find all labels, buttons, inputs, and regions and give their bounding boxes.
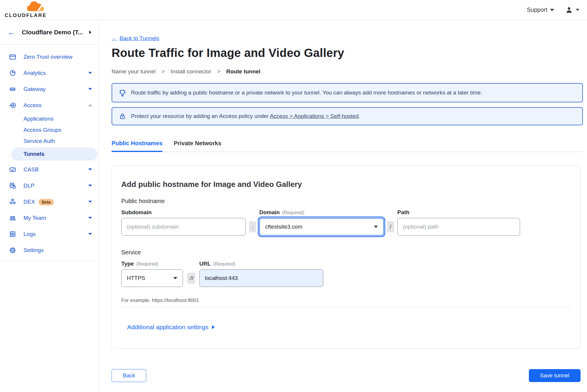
document-lock-icon [9, 182, 16, 190]
domain-selected-value: cftestsite3.com [265, 224, 302, 230]
chevron-right-icon [212, 325, 215, 329]
back-arrow-icon: ← [112, 35, 117, 42]
chevron-down-icon [88, 233, 92, 235]
info-banner-route-traffic: Route traffic by adding a public hostnam… [112, 83, 583, 102]
chevron-down-icon [88, 88, 92, 90]
service-type-select[interactable]: HTTPS [121, 269, 183, 287]
sidebar-item-analytics[interactable]: Analytics [0, 65, 98, 81]
sidebar-item-tunnels[interactable]: Tunnels [11, 148, 97, 160]
banner-text: Route traffic by adding a public hostnam… [131, 89, 482, 96]
chevron-down-icon [88, 72, 92, 74]
chevron-down-icon [173, 277, 177, 279]
step-install-connector[interactable]: Install connector [171, 68, 211, 75]
gateway-icon [9, 85, 16, 93]
footer-actions: Back Save tunnel [112, 369, 583, 382]
chevron-down-icon [88, 185, 92, 187]
sidebar-item-dex[interactable]: DEXBeta [0, 194, 98, 210]
user-menu[interactable] [565, 6, 579, 14]
slash-separator: / [387, 221, 394, 232]
support-menu[interactable]: Support [527, 6, 554, 13]
sidebar-item-logs[interactable]: Logs [0, 226, 98, 242]
banner-text: Protect your resource by adding an Acces… [131, 113, 360, 119]
required-hint: (Required) [136, 261, 159, 267]
beta-badge: Beta [38, 199, 54, 205]
step-separator: > [217, 68, 220, 75]
service-type-value: HTTPS [127, 275, 145, 281]
sidebar: ← Cloudflare Demo (T... Zero Trust overv… [0, 20, 99, 392]
additional-application-settings-toggle[interactable]: Additional application settings [127, 324, 215, 331]
breadcrumb-steps: Name your tunnel > Install connector > R… [112, 68, 583, 75]
tab-public-hostnames[interactable]: Public Hostnames [112, 140, 162, 152]
list-icon [9, 230, 16, 238]
subdomain-input[interactable] [121, 218, 246, 236]
chevron-down-icon [550, 9, 554, 11]
domain-select[interactable]: cftestsite3.com [259, 218, 384, 236]
account-name: Cloudflare Demo (T... [22, 29, 89, 36]
people-icon [9, 214, 16, 222]
chevron-down-icon [88, 217, 92, 219]
gear-icon [9, 246, 16, 254]
page-title: Route Traffic for Image and Video Galler… [112, 46, 583, 60]
cloudflare-wordmark: CLOUDFLARE [5, 13, 49, 18]
sidebar-item-gateway[interactable]: Gateway [0, 81, 98, 97]
chevron-right-icon [89, 31, 91, 34]
window-icon [9, 53, 16, 61]
service-section-label: Service [121, 249, 571, 256]
chevron-down-icon [88, 201, 92, 203]
sidebar-item-settings[interactable]: Settings [0, 242, 98, 258]
card-title: Add public hostname for Image and Video … [121, 180, 571, 189]
type-label: Type [121, 261, 134, 267]
access-icon [9, 102, 16, 109]
user-icon [565, 6, 573, 14]
pie-chart-icon [9, 69, 16, 77]
chevron-down-icon [374, 226, 378, 228]
dot-separator: . [249, 221, 256, 232]
cloudflare-logo[interactable]: CLOUDFLARE [5, 1, 49, 18]
back-to-tunnels-link[interactable]: ← Back to Tunnels [112, 35, 159, 42]
domain-label: Domain [259, 209, 280, 216]
sidebar-item-casb[interactable]: CASB [0, 161, 98, 178]
casb-icon [9, 166, 16, 173]
chevron-down-icon [576, 9, 579, 11]
sidebar-item-access[interactable]: Access [0, 97, 98, 113]
sidebar-item-zero-trust-overview[interactable]: Zero Trust overview [0, 49, 98, 65]
tab-bar: Public Hostnames Private Networks [112, 140, 583, 152]
back-arrow-icon[interactable]: ← [8, 28, 15, 36]
top-bar: CLOUDFLARE Support [0, 0, 587, 20]
support-label: Support [527, 6, 547, 13]
add-public-hostname-card: Add public hostname for Image and Video … [112, 165, 581, 349]
tab-private-networks[interactable]: Private Networks [174, 140, 221, 152]
step-name-your-tunnel[interactable]: Name your tunnel [112, 68, 156, 75]
hexagons-icon [9, 198, 16, 206]
scheme-separator: :// [187, 273, 195, 284]
sidebar-divider [0, 261, 98, 261]
sidebar-item-service-auth[interactable]: Service Auth [0, 136, 98, 147]
cloudflare-cloud-icon [26, 1, 48, 13]
required-hint: (Required) [213, 261, 236, 267]
sidebar-nav: Zero Trust overview Analytics Gateway Ac… [0, 45, 98, 261]
url-label: URL [199, 261, 211, 267]
chevron-up-icon [88, 104, 92, 106]
url-example-hint: For example, https://localhost:8001 [121, 298, 571, 303]
sidebar-item-dlp[interactable]: DLP [0, 178, 98, 194]
card-divider [121, 307, 571, 307]
path-label: Path [397, 209, 409, 216]
sidebar-item-access-groups[interactable]: Access Groups [0, 124, 98, 136]
required-hint: (Required) [282, 210, 305, 215]
sidebar-item-my-team[interactable]: My Team [0, 210, 98, 226]
lightbulb-icon [119, 89, 126, 97]
main-content: ← Back to Tunnels Route Traffic for Imag… [99, 20, 587, 392]
back-button[interactable]: Back [112, 369, 146, 382]
chevron-down-icon [88, 168, 92, 170]
lock-icon [119, 113, 126, 120]
public-hostname-section-label: Public hostname [121, 198, 571, 205]
account-switcher[interactable]: ← Cloudflare Demo (T... [0, 20, 98, 45]
path-input[interactable] [397, 218, 520, 236]
save-tunnel-button[interactable]: Save tunnel [529, 369, 581, 382]
subdomain-label: Subdomain [121, 209, 152, 216]
access-policy-link[interactable]: Access > Applications > Self-hosted [270, 113, 359, 119]
sidebar-item-applications[interactable]: Applications [0, 113, 98, 124]
info-banner-access-policy: Protect your resource by adding an Acces… [112, 107, 583, 125]
step-route-tunnel: Route tunnel [226, 68, 260, 75]
service-url-input[interactable] [199, 269, 323, 287]
